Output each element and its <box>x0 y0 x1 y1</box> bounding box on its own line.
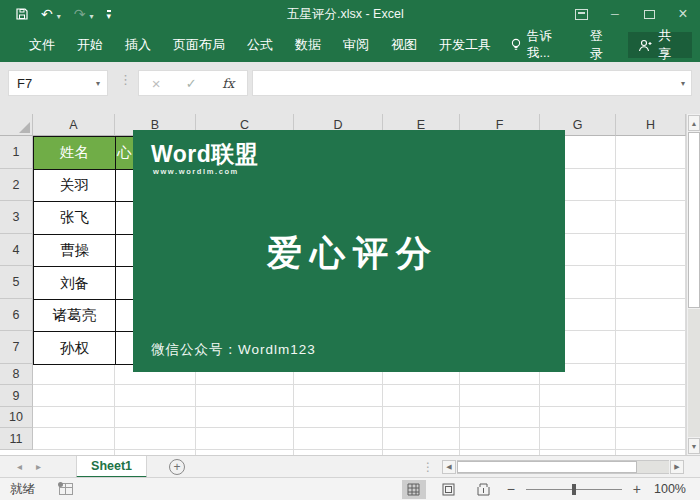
page-layout-view-button[interactable] <box>437 480 461 499</box>
name-box[interactable]: F7 ▾ <box>8 70 108 96</box>
sheet-nav-left-icon[interactable]: ◂ <box>10 461 29 472</box>
tab-page-layout[interactable]: 页面布局 <box>162 28 236 62</box>
row-header-7[interactable]: 7 <box>0 331 33 364</box>
macro-record-icon[interactable] <box>59 483 73 495</box>
add-sheet-icon[interactable]: + <box>169 459 185 475</box>
customize-qat-icon[interactable]: ▾ <box>107 10 112 19</box>
select-all-button[interactable] <box>0 114 33 136</box>
cell-b6[interactable] <box>116 300 133 332</box>
cell-a3[interactable]: 张飞 <box>34 202 116 234</box>
row-header-4[interactable]: 4 <box>0 234 33 266</box>
window-controls: ─ × <box>564 0 700 28</box>
zoom-slider-knob[interactable] <box>572 484 576 495</box>
enter-entry-icon[interactable]: ✓ <box>186 76 197 91</box>
zoom-out-icon[interactable]: − <box>507 481 515 497</box>
ribbon-display-options-icon <box>575 9 588 20</box>
row-headers: 1 2 3 4 5 6 7 8 9 10 11 <box>0 136 33 450</box>
zoom-slider[interactable] <box>526 484 622 495</box>
excel-window: ↶▾ ↷▾ ▾ 五星评分.xlsx - Excel ─ × 文件 开始 插入 页… <box>0 0 700 500</box>
brand-url: www.wordlm.com <box>153 167 239 176</box>
row-header-9[interactable]: 9 <box>0 385 33 407</box>
sign-in-button[interactable]: 登录 <box>580 27 625 63</box>
name-box-dropdown-icon[interactable]: ▾ <box>96 79 107 88</box>
zoom-in-icon[interactable]: + <box>633 481 641 497</box>
cell-b2[interactable] <box>116 170 133 202</box>
table-row: 孙权 <box>34 332 133 364</box>
lightbulb-icon <box>510 38 522 52</box>
column-header-a[interactable]: A <box>33 114 115 136</box>
tab-data[interactable]: 数据 <box>284 28 332 62</box>
redo-icon: ↷ <box>74 7 86 21</box>
promo-headline: 爱心评分 <box>133 230 565 277</box>
tab-file[interactable]: 文件 <box>18 28 66 62</box>
row-header-11[interactable]: 11 <box>0 428 33 450</box>
cell-a1[interactable]: 姓名 <box>34 137 116 169</box>
sheet-nav-right-icon[interactable]: ▸ <box>29 461 48 472</box>
horizontal-scrollbar[interactable] <box>457 460 669 474</box>
horizontal-scrollbar-thumb[interactable] <box>457 461 637 473</box>
insert-function-icon[interactable]: fx <box>222 76 234 91</box>
status-ready-label: 就绪 <box>0 481 35 498</box>
minimize-button[interactable]: ─ <box>598 0 632 28</box>
undo-dropdown-icon[interactable]: ▾ <box>57 12 61 21</box>
formula-bar-buttons: × ✓ fx <box>138 70 248 96</box>
page-break-view-button[interactable] <box>472 480 496 499</box>
vertical-scrollbar[interactable]: ▲ ▼ <box>686 114 700 455</box>
table-row: 刘备 <box>34 267 133 300</box>
share-button[interactable]: 共享 <box>628 32 692 58</box>
tab-view[interactable]: 视图 <box>380 28 428 62</box>
formula-bar-expand-icon[interactable]: ▾ <box>681 79 691 88</box>
redo-dropdown-icon[interactable]: ▾ <box>89 12 93 21</box>
cell-a4[interactable]: 曹操 <box>34 235 116 267</box>
zoom-level-label[interactable]: 100% <box>652 482 686 496</box>
cell-a7[interactable]: 孙权 <box>34 332 116 364</box>
row-header-8[interactable]: 8 <box>0 364 33 385</box>
cell-b7[interactable] <box>116 332 133 364</box>
cell-b3[interactable] <box>116 202 133 234</box>
tab-developer[interactable]: 开发工具 <box>428 28 502 62</box>
row-header-3[interactable]: 3 <box>0 201 33 234</box>
tab-home[interactable]: 开始 <box>66 28 114 62</box>
vertical-scrollbar-track[interactable] <box>688 309 700 437</box>
cell-a6[interactable]: 诸葛亮 <box>34 300 116 332</box>
row-header-2[interactable]: 2 <box>0 169 33 201</box>
tabstrip-resize-handle[interactable]: ⋮ <box>414 460 442 474</box>
status-bar: 就绪 − + 100% <box>0 477 700 500</box>
vertical-scrollbar-thumb[interactable] <box>688 132 700 308</box>
undo-icon[interactable]: ↶ <box>41 7 53 21</box>
tab-insert[interactable]: 插入 <box>114 28 162 62</box>
scroll-down-icon[interactable]: ▼ <box>688 438 700 454</box>
sheet-tab-sheet1[interactable]: Sheet1 <box>76 456 147 478</box>
formula-input[interactable]: ▾ <box>252 70 692 96</box>
scroll-right-icon[interactable]: ▶ <box>670 460 684 474</box>
row-header-5[interactable]: 5 <box>0 266 33 299</box>
row-header-10[interactable]: 10 <box>0 407 33 428</box>
window-title: 五星评分.xlsx - Excel <box>287 0 404 28</box>
cell-a5[interactable]: 刘备 <box>34 267 116 299</box>
cancel-entry-icon[interactable]: × <box>152 75 161 92</box>
tab-review[interactable]: 审阅 <box>332 28 380 62</box>
row-header-6[interactable]: 6 <box>0 299 33 331</box>
maximize-button[interactable] <box>632 0 666 28</box>
scroll-left-icon[interactable]: ◀ <box>442 460 456 474</box>
worksheet-area: A B C D E F G H 1 2 3 4 5 6 7 8 9 10 11 <box>0 114 700 455</box>
ribbon-display-options-button[interactable] <box>564 0 598 28</box>
cell-b1-partial[interactable]: 心 <box>116 137 133 169</box>
column-header-h[interactable]: H <box>616 114 686 136</box>
normal-view-button[interactable] <box>402 480 426 499</box>
promo-overlay-card: Word联盟 www.wordlm.com 爱心评分 微信公众号：Wordlm1… <box>133 130 565 372</box>
table-header-row: 姓名 心 <box>34 137 133 170</box>
cell-b4[interactable] <box>116 235 133 267</box>
scroll-up-icon[interactable]: ▲ <box>688 115 700 131</box>
share-label: 共享 <box>658 27 682 63</box>
table-row: 关羽 <box>34 170 133 203</box>
cell-a2[interactable]: 关羽 <box>34 170 116 202</box>
row-header-1[interactable]: 1 <box>0 136 33 169</box>
tell-me-button[interactable]: 告诉我... <box>502 28 580 62</box>
tell-me-label: 告诉我... <box>527 28 572 62</box>
close-button[interactable]: × <box>666 0 700 28</box>
save-icon[interactable] <box>16 8 28 20</box>
cell-b5[interactable] <box>116 267 133 299</box>
table-row: 张飞 <box>34 202 133 235</box>
tab-formulas[interactable]: 公式 <box>236 28 284 62</box>
